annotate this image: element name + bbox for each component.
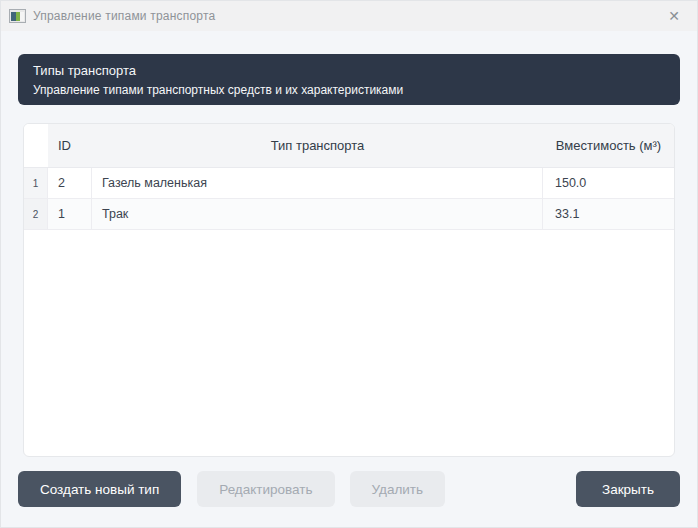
row-number: 1 xyxy=(24,168,48,199)
table-header-row: ID Тип транспорта Вместимость (м³) xyxy=(24,124,674,168)
cell-id[interactable]: 2 xyxy=(48,168,92,199)
dialog-content: Типы транспорта Управление типами трансп… xyxy=(1,31,697,527)
title-bar: Управление типами транспорта ✕ xyxy=(1,1,697,31)
info-banner: Типы транспорта Управление типами трансп… xyxy=(18,54,680,105)
cell-type[interactable]: Газель маленькая xyxy=(92,168,543,199)
column-header-capacity[interactable]: Вместимость (м³) xyxy=(543,124,674,168)
app-window-icon xyxy=(9,9,26,23)
dialog-window: Управление типами транспорта ✕ Типы тран… xyxy=(0,0,698,528)
info-banner-title: Типы транспорта xyxy=(33,63,665,78)
cell-id[interactable]: 1 xyxy=(48,199,92,230)
create-type-button[interactable]: Создать новый тип xyxy=(18,471,181,507)
table-row[interactable]: 2 1 Трак 33.1 xyxy=(24,199,674,230)
table-row[interactable]: 1 2 Газель маленькая 150.0 xyxy=(24,168,674,199)
edit-button[interactable]: Редактировать xyxy=(197,471,334,507)
cell-capacity[interactable]: 150.0 xyxy=(543,168,674,199)
transport-types-table: ID Тип транспорта Вместимость (м³) 1 2 Г… xyxy=(23,123,675,457)
close-button[interactable]: Закрыть xyxy=(576,471,680,507)
table-corner-cell xyxy=(24,124,48,168)
cell-capacity[interactable]: 33.1 xyxy=(543,199,674,230)
delete-button[interactable]: Удалить xyxy=(350,471,446,507)
column-header-type[interactable]: Тип транспорта xyxy=(92,124,543,168)
cell-type[interactable]: Трак xyxy=(92,199,543,230)
info-banner-subtitle: Управление типами транспортных средств и… xyxy=(33,83,665,97)
row-number: 2 xyxy=(24,199,48,230)
action-button-row: Создать новый тип Редактировать Удалить … xyxy=(18,471,680,507)
window-title: Управление типами транспорта xyxy=(33,9,215,23)
close-icon[interactable]: ✕ xyxy=(661,5,687,27)
column-header-id[interactable]: ID xyxy=(48,124,92,168)
